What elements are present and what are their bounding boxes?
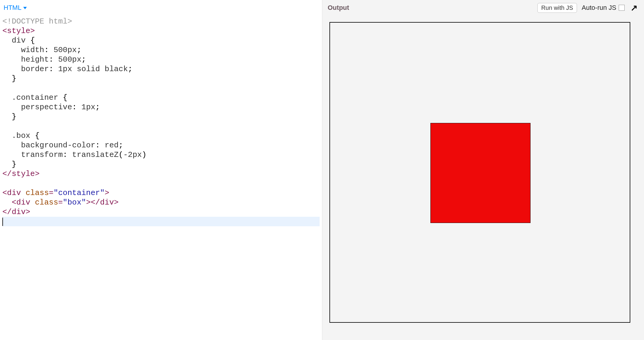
code-line[interactable]: [2, 179, 320, 188]
preview-container: [329, 22, 630, 323]
output-header: Output Run with JS Auto-run JS ↗: [322, 0, 644, 15]
code-line[interactable]: <!DOCTYPE html>: [2, 17, 320, 26]
checkbox-icon[interactable]: [619, 5, 625, 11]
run-with-js-button[interactable]: Run with JS: [537, 3, 577, 13]
code-line[interactable]: width: 500px;: [2, 45, 320, 55]
code-line[interactable]: .box {: [2, 131, 320, 141]
code-line[interactable]: background-color: red;: [2, 141, 320, 150]
autorun-toggle[interactable]: Auto-run JS: [582, 4, 625, 12]
editor-header: HTML: [0, 0, 322, 15]
code-line[interactable]: <div class="container">: [2, 188, 320, 198]
code-line[interactable]: height: 500px;: [2, 55, 320, 64]
output-panel: Output Run with JS Auto-run JS ↗: [322, 0, 644, 340]
language-label: HTML: [4, 4, 21, 12]
expand-icon[interactable]: ↗: [629, 3, 639, 13]
autorun-label-text: Auto-run JS: [582, 4, 616, 12]
code-line[interactable]: perspective: 1px;: [2, 102, 320, 112]
code-line[interactable]: <style>: [2, 26, 320, 36]
code-editor[interactable]: <!DOCTYPE html><style> div { width: 500p…: [0, 15, 322, 340]
code-line[interactable]: }: [2, 74, 320, 83]
code-line[interactable]: </div>: [2, 207, 320, 217]
code-line[interactable]: <div class="box"></div>: [2, 198, 320, 207]
active-code-line[interactable]: [2, 217, 320, 226]
code-line[interactable]: }: [2, 112, 320, 121]
code-line[interactable]: transform: translateZ(-2px): [2, 150, 320, 160]
code-line[interactable]: border: 1px solid black;: [2, 64, 320, 74]
code-line[interactable]: [2, 83, 320, 93]
language-dropdown[interactable]: HTML: [4, 4, 27, 12]
code-line[interactable]: [2, 121, 320, 131]
output-title: Output: [328, 4, 533, 12]
preview-red-box: [430, 123, 531, 223]
code-line[interactable]: div {: [2, 36, 320, 45]
text-cursor: [2, 218, 3, 226]
editor-panel: HTML <!DOCTYPE html><style> div { width:…: [0, 0, 322, 340]
code-line[interactable]: </style>: [2, 169, 320, 179]
code-line[interactable]: .container {: [2, 93, 320, 102]
output-area: [322, 15, 644, 340]
chevron-down-icon: [23, 7, 27, 9]
code-line[interactable]: }: [2, 160, 320, 169]
